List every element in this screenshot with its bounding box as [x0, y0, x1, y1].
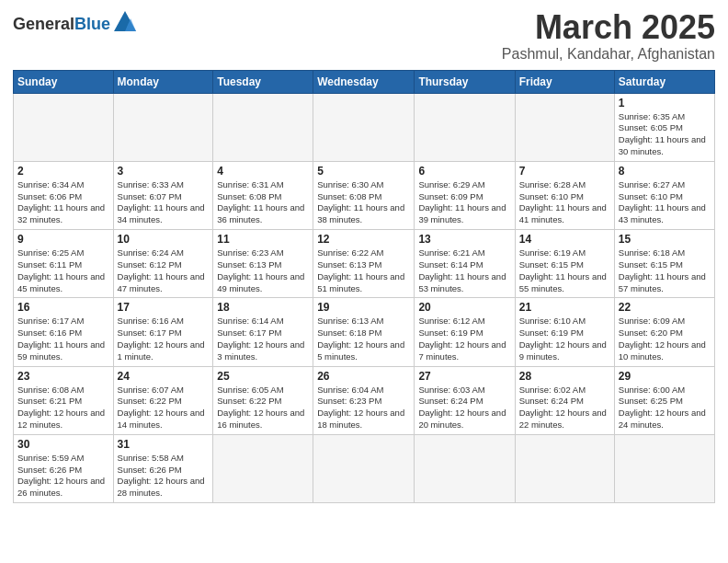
day-sun-info: Sunrise: 6:05 AMSunset: 6:22 PMDaylight:… — [217, 385, 309, 431]
day-number: 7 — [519, 165, 610, 178]
calendar-week-row: 1Sunrise: 6:35 AMSunset: 6:05 PMDaylight… — [14, 93, 715, 161]
day-sun-info: Sunrise: 6:16 AMSunset: 6:17 PMDaylight:… — [118, 316, 210, 362]
calendar-day-cell: 5Sunrise: 6:30 AMSunset: 6:08 PMDaylight… — [313, 161, 415, 229]
day-sun-info: Sunrise: 5:58 AMSunset: 6:26 PMDaylight:… — [118, 453, 210, 500]
calendar-day-cell: 11Sunrise: 6:23 AMSunset: 6:13 PMDayligh… — [213, 230, 313, 298]
day-sun-info: Sunrise: 6:07 AMSunset: 6:22 PMDaylight:… — [118, 385, 210, 431]
calendar-day-cell — [313, 93, 415, 161]
calendar-day-cell — [213, 93, 313, 161]
calendar-day-cell: 13Sunrise: 6:21 AMSunset: 6:14 PMDayligh… — [415, 230, 515, 298]
day-number: 31 — [118, 438, 210, 451]
calendar-day-cell — [415, 434, 515, 502]
day-sun-info: Sunrise: 6:14 AMSunset: 6:17 PMDaylight:… — [217, 316, 309, 362]
day-number: 13 — [418, 233, 510, 246]
day-number: 18 — [217, 301, 309, 314]
day-number: 5 — [317, 165, 410, 178]
day-sun-info: Sunrise: 6:22 AMSunset: 6:13 PMDaylight:… — [317, 247, 410, 294]
calendar-day-cell — [213, 434, 313, 502]
day-number: 6 — [418, 165, 510, 178]
day-sun-info: Sunrise: 6:17 AMSunset: 6:16 PMDaylight:… — [17, 316, 109, 362]
calendar-day-cell: 27Sunrise: 6:03 AMSunset: 6:24 PMDayligh… — [415, 366, 515, 434]
day-number: 11 — [217, 233, 309, 246]
calendar-day-cell: 9Sunrise: 6:25 AMSunset: 6:11 PMDaylight… — [14, 230, 114, 298]
day-number: 27 — [418, 370, 510, 383]
day-sun-info: Sunrise: 6:10 AMSunset: 6:19 PMDaylight:… — [519, 316, 610, 362]
calendar-day-cell: 30Sunrise: 5:59 AMSunset: 6:26 PMDayligh… — [14, 434, 114, 502]
calendar-day-cell: 1Sunrise: 6:35 AMSunset: 6:05 PMDaylight… — [614, 93, 714, 161]
calendar-day-cell: 7Sunrise: 6:28 AMSunset: 6:10 PMDaylight… — [515, 161, 614, 229]
day-number: 10 — [118, 233, 210, 246]
calendar-week-row: 23Sunrise: 6:08 AMSunset: 6:21 PMDayligh… — [14, 366, 715, 434]
day-sun-info: Sunrise: 6:29 AMSunset: 6:09 PMDaylight:… — [418, 179, 510, 226]
day-number: 12 — [317, 233, 410, 246]
day-sun-info: Sunrise: 6:35 AMSunset: 6:05 PMDaylight:… — [619, 111, 711, 158]
day-sun-info: Sunrise: 6:24 AMSunset: 6:12 PMDaylight:… — [118, 247, 210, 294]
day-number: 28 — [519, 370, 610, 383]
calendar-day-cell: 28Sunrise: 6:02 AMSunset: 6:24 PMDayligh… — [515, 366, 614, 434]
weekday-header-row: SundayMondayTuesdayWednesdayThursdayFrid… — [14, 70, 715, 93]
weekday-header: Sunday — [14, 70, 114, 93]
weekday-header: Tuesday — [213, 70, 313, 93]
calendar-day-cell: 23Sunrise: 6:08 AMSunset: 6:21 PMDayligh… — [14, 366, 114, 434]
day-sun-info: Sunrise: 6:08 AMSunset: 6:21 PMDaylight:… — [17, 385, 109, 431]
day-sun-info: Sunrise: 6:04 AMSunset: 6:23 PMDaylight:… — [317, 385, 410, 431]
logo-icon — [112, 9, 138, 35]
calendar-day-cell — [313, 434, 415, 502]
day-sun-info: Sunrise: 6:34 AMSunset: 6:06 PMDaylight:… — [17, 179, 109, 226]
day-number: 2 — [17, 165, 109, 178]
calendar-week-row: 9Sunrise: 6:25 AMSunset: 6:11 PMDaylight… — [14, 230, 715, 298]
calendar-day-cell: 18Sunrise: 6:14 AMSunset: 6:17 PMDayligh… — [213, 298, 313, 366]
day-sun-info: Sunrise: 6:18 AMSunset: 6:15 PMDaylight:… — [619, 247, 711, 294]
calendar-table: SundayMondayTuesdayWednesdayThursdayFrid… — [13, 70, 715, 504]
day-number: 20 — [418, 301, 510, 314]
title-area: March 2025 Pashmul, Kandahar, Afghanista… — [502, 9, 715, 63]
calendar-day-cell: 25Sunrise: 6:05 AMSunset: 6:22 PMDayligh… — [213, 366, 313, 434]
weekday-header: Wednesday — [313, 70, 415, 93]
day-number: 24 — [118, 370, 210, 383]
month-title: March 2025 — [502, 9, 715, 46]
calendar-day-cell: 24Sunrise: 6:07 AMSunset: 6:22 PMDayligh… — [113, 366, 213, 434]
day-number: 30 — [17, 438, 109, 451]
weekday-header: Monday — [113, 70, 213, 93]
day-sun-info: Sunrise: 6:13 AMSunset: 6:18 PMDaylight:… — [317, 316, 410, 362]
day-number: 9 — [17, 233, 109, 246]
calendar-day-cell: 15Sunrise: 6:18 AMSunset: 6:15 PMDayligh… — [614, 230, 714, 298]
calendar-day-cell: 2Sunrise: 6:34 AMSunset: 6:06 PMDaylight… — [14, 161, 114, 229]
day-number: 3 — [118, 165, 210, 178]
day-number: 16 — [17, 301, 109, 314]
day-sun-info: Sunrise: 6:12 AMSunset: 6:19 PMDaylight:… — [418, 316, 510, 362]
calendar-week-row: 16Sunrise: 6:17 AMSunset: 6:16 PMDayligh… — [14, 298, 715, 366]
page-header: GeneralBlue March 2025 Pashmul, Kandahar… — [13, 9, 715, 63]
day-sun-info: Sunrise: 6:27 AMSunset: 6:10 PMDaylight:… — [619, 179, 711, 226]
day-number: 26 — [317, 370, 410, 383]
calendar-day-cell — [515, 93, 614, 161]
calendar-day-cell: 20Sunrise: 6:12 AMSunset: 6:19 PMDayligh… — [415, 298, 515, 366]
logo-text: GeneralBlue — [13, 16, 110, 32]
calendar-day-cell: 6Sunrise: 6:29 AMSunset: 6:09 PMDaylight… — [415, 161, 515, 229]
weekday-header: Thursday — [415, 70, 515, 93]
day-sun-info: Sunrise: 6:25 AMSunset: 6:11 PMDaylight:… — [17, 247, 109, 294]
calendar-day-cell — [415, 93, 515, 161]
day-sun-info: Sunrise: 6:30 AMSunset: 6:08 PMDaylight:… — [317, 179, 410, 226]
day-number: 22 — [619, 301, 711, 314]
day-number: 21 — [519, 301, 610, 314]
calendar-day-cell: 21Sunrise: 6:10 AMSunset: 6:19 PMDayligh… — [515, 298, 614, 366]
calendar-day-cell: 31Sunrise: 5:58 AMSunset: 6:26 PMDayligh… — [113, 434, 213, 502]
weekday-header: Friday — [515, 70, 614, 93]
calendar-day-cell: 3Sunrise: 6:33 AMSunset: 6:07 PMDaylight… — [113, 161, 213, 229]
logo-area: GeneralBlue — [13, 9, 138, 35]
calendar-day-cell: 14Sunrise: 6:19 AMSunset: 6:15 PMDayligh… — [515, 230, 614, 298]
calendar-day-cell: 8Sunrise: 6:27 AMSunset: 6:10 PMDaylight… — [614, 161, 714, 229]
calendar-day-cell — [515, 434, 614, 502]
calendar-day-cell: 29Sunrise: 6:00 AMSunset: 6:25 PMDayligh… — [614, 366, 714, 434]
calendar-week-row: 30Sunrise: 5:59 AMSunset: 6:26 PMDayligh… — [14, 434, 715, 502]
day-sun-info: Sunrise: 6:21 AMSunset: 6:14 PMDaylight:… — [418, 247, 510, 294]
calendar-day-cell: 4Sunrise: 6:31 AMSunset: 6:08 PMDaylight… — [213, 161, 313, 229]
calendar-day-cell: 26Sunrise: 6:04 AMSunset: 6:23 PMDayligh… — [313, 366, 415, 434]
day-sun-info: Sunrise: 6:23 AMSunset: 6:13 PMDaylight:… — [217, 247, 309, 294]
day-number: 19 — [317, 301, 410, 314]
weekday-header: Saturday — [614, 70, 714, 93]
day-sun-info: Sunrise: 6:00 AMSunset: 6:25 PMDaylight:… — [619, 385, 711, 431]
calendar-week-row: 2Sunrise: 6:34 AMSunset: 6:06 PMDaylight… — [14, 161, 715, 229]
day-sun-info: Sunrise: 6:33 AMSunset: 6:07 PMDaylight:… — [118, 179, 210, 226]
